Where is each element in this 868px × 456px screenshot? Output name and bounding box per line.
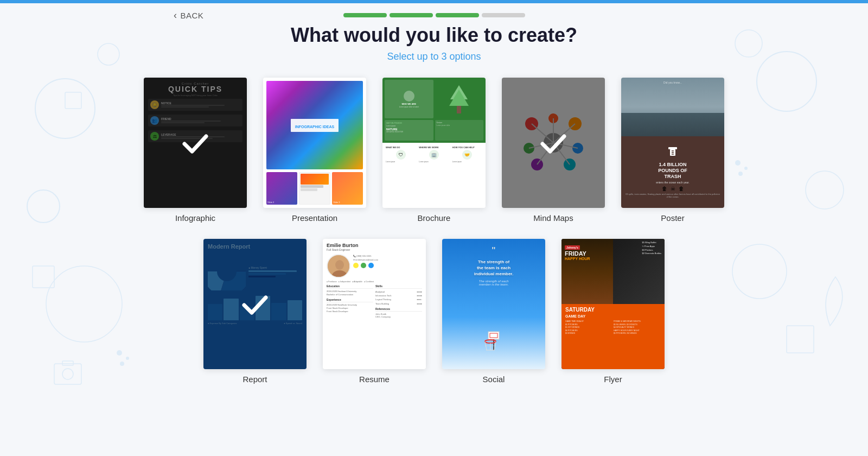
- card-resume[interactable]: Emilie Burton Full Stack Engineer: [323, 239, 426, 384]
- card-presentation[interactable]: INFOGRAPHIC IDEAS Slide 2: [263, 78, 366, 223]
- back-button[interactable]: ‹ BACK: [174, 10, 203, 21]
- card-label-presentation: Presentation: [292, 213, 337, 223]
- card-brochure[interactable]: WHO WE ARE Lorem ipsum dolor sit amet: [382, 78, 486, 223]
- card-poster[interactable]: Did you know...: [621, 78, 724, 223]
- progress-segment-3: [436, 13, 479, 17]
- card-thumbnail-report: Modern Report: [203, 239, 307, 369]
- selected-overlay-mindmaps: [502, 78, 605, 208]
- back-chevron-icon: ‹: [174, 10, 177, 21]
- card-thumbnail-resume: Emilie Burton Full Stack Engineer: [323, 239, 426, 369]
- card-label-poster: Poster: [661, 213, 684, 223]
- card-label-brochure: Brochure: [418, 213, 451, 223]
- checkmark-infographic: [178, 125, 213, 160]
- progress-segment-1: [343, 13, 387, 17]
- card-label-resume: Resume: [359, 375, 390, 384]
- page-title-section: What would you like to create? Select up…: [0, 24, 868, 62]
- card-label-infographic: Infographic: [175, 213, 215, 223]
- page-content: ‹ BACK What would you like to create? Se…: [0, 3, 868, 400]
- progress-segment-2: [390, 13, 433, 17]
- progress-segment-4: [482, 13, 525, 17]
- card-thumbnail-presentation: INFOGRAPHIC IDEAS Slide 2: [263, 78, 366, 208]
- checkmark-report: [238, 287, 272, 321]
- cards-row-2: Modern Report: [203, 239, 665, 384]
- back-label: BACK: [181, 11, 204, 20]
- page-title: What would you like to create?: [0, 24, 868, 47]
- cards-grid: Critic Catcher QUICK TIPS Tips for lever…: [0, 78, 868, 400]
- card-infographic[interactable]: Critic Catcher QUICK TIPS Tips for lever…: [144, 78, 247, 223]
- card-thumbnail-poster: Did you know...: [621, 78, 724, 208]
- card-label-social: Social: [483, 375, 505, 384]
- header: ‹ BACK: [0, 3, 868, 24]
- selected-overlay-infographic: [144, 78, 247, 208]
- cards-row-1: Critic Catcher QUICK TIPS Tips for lever…: [144, 78, 724, 223]
- progress-bar: [343, 13, 525, 17]
- card-label-report: Report: [242, 375, 267, 384]
- checkmark-mindmaps: [536, 125, 571, 160]
- card-thumbnail-brochure: WHO WE ARE Lorem ipsum dolor sit amet: [382, 78, 486, 208]
- card-thumbnail-flyer: Johnny's FRIDAY HAPPY HOUR $5 Wing Buffe…: [561, 239, 665, 369]
- selected-overlay-report: [203, 239, 307, 369]
- card-thumbnail-social: " The strength ofthe team is eachindivid…: [442, 239, 545, 369]
- svg-rect-40: [668, 147, 677, 149]
- card-label-flyer: Flyer: [604, 375, 622, 384]
- card-thumbnail-mind-maps: [502, 78, 605, 208]
- svg-rect-24: [457, 106, 461, 113]
- page-subtitle: Select up to 3 options: [0, 51, 868, 62]
- card-social[interactable]: " The strength ofthe team is eachindivid…: [442, 239, 545, 384]
- card-flyer[interactable]: Johnny's FRIDAY HAPPY HOUR $5 Wing Buffe…: [561, 239, 665, 384]
- card-report[interactable]: Modern Report: [203, 239, 307, 384]
- card-mind-maps[interactable]: Mind Maps: [502, 78, 605, 223]
- svg-rect-54: [493, 339, 494, 350]
- card-label-mind-maps: Mind Maps: [533, 213, 573, 223]
- card-thumbnail-infographic: Critic Catcher QUICK TIPS Tips for lever…: [144, 78, 247, 208]
- svg-point-50: [335, 260, 344, 270]
